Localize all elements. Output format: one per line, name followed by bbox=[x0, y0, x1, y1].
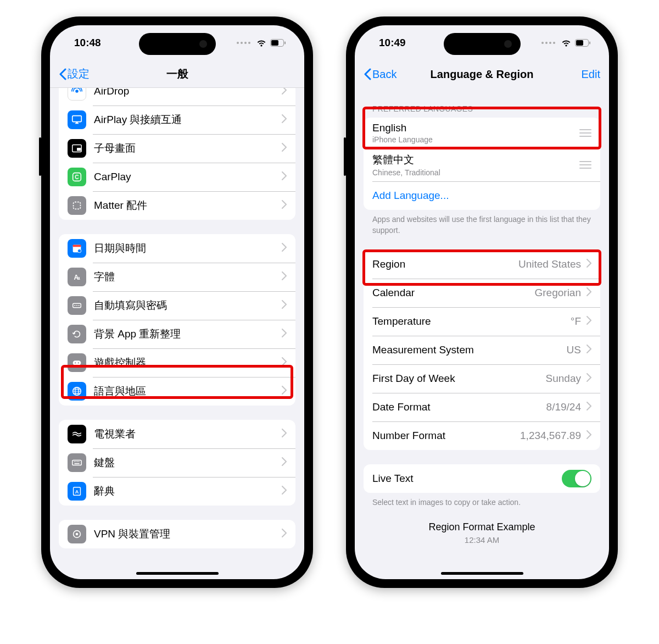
chevron-right-icon bbox=[282, 88, 287, 97]
status-right bbox=[541, 39, 590, 47]
chevron-right-icon bbox=[282, 457, 287, 468]
row-region[interactable]: Region United States bbox=[364, 250, 600, 279]
row-language-region[interactable]: 語言與地區 bbox=[59, 377, 295, 406]
chevron-right-icon bbox=[282, 243, 287, 254]
row-keyboard[interactable]: 鍵盤 bbox=[59, 448, 295, 477]
settings-group-1: AirDrop AirPlay 與接續互通 子母畫面 bbox=[59, 88, 295, 220]
row-dictionary[interactable]: A 辭典 bbox=[59, 477, 295, 506]
language-row-chinese[interactable]: 繁體中文 Chinese, Traditional bbox=[364, 148, 600, 181]
content-right[interactable]: PREFERRED LANGUAGES English iPhone Langu… bbox=[355, 88, 609, 579]
wifi-icon bbox=[256, 39, 267, 47]
nav-title: 一般 bbox=[166, 66, 188, 81]
row-label: AirDrop bbox=[94, 88, 282, 97]
drag-handle-icon[interactable] bbox=[579, 129, 591, 137]
chevron-left-icon bbox=[59, 68, 66, 80]
svg-point-33 bbox=[76, 533, 79, 536]
chevron-right-icon bbox=[282, 200, 287, 211]
status-right bbox=[237, 39, 286, 47]
language-sub: Chinese, Traditional bbox=[372, 168, 575, 177]
language-sub: iPhone Language bbox=[372, 135, 575, 144]
svg-rect-2 bbox=[284, 42, 286, 45]
row-label: AirPlay 與接續互通 bbox=[94, 113, 282, 127]
region-format-example-header: Region Format Example bbox=[355, 521, 609, 533]
chevron-right-icon bbox=[587, 430, 591, 441]
setting-value: US bbox=[567, 344, 581, 356]
chevron-right-icon bbox=[587, 316, 591, 327]
region-format-example-time: 12:34 AM bbox=[355, 535, 609, 545]
edit-button[interactable]: Edit bbox=[567, 68, 600, 81]
svg-point-21 bbox=[78, 362, 79, 363]
battery-icon bbox=[270, 39, 286, 47]
row-label: 辭典 bbox=[94, 484, 282, 498]
row-fonts[interactable]: Aa 字體 bbox=[59, 263, 295, 291]
svg-rect-1 bbox=[271, 40, 278, 46]
live-text-footer: Select text in images to copy or take ac… bbox=[372, 497, 591, 508]
row-vpn[interactable]: VPN 與裝置管理 bbox=[59, 520, 295, 548]
row-dateformat[interactable]: Date Format 8/19/24 bbox=[364, 393, 600, 421]
svg-point-16 bbox=[74, 305, 75, 306]
globe-icon bbox=[68, 382, 86, 401]
row-matter[interactable]: Matter 配件 bbox=[59, 191, 295, 220]
language-name: English bbox=[372, 122, 575, 134]
svg-point-17 bbox=[76, 305, 77, 306]
row-bgrefresh[interactable]: 背景 App 重新整理 bbox=[59, 320, 295, 348]
row-label: 背景 App 重新整理 bbox=[94, 327, 282, 341]
row-temperature[interactable]: Temperature °F bbox=[364, 307, 600, 336]
live-text-toggle[interactable] bbox=[562, 470, 591, 487]
svg-point-12 bbox=[77, 249, 81, 252]
row-datetime[interactable]: 日期與時間 bbox=[59, 234, 295, 263]
dynamic-island bbox=[139, 33, 216, 55]
iphone-frame-left: 10:48 設定 一般 bbox=[41, 16, 313, 588]
row-measurement[interactable]: Measurement System US bbox=[364, 336, 600, 364]
setting-value: 8/19/24 bbox=[546, 401, 581, 413]
row-gamecontroller[interactable]: 遊戲控制器 bbox=[59, 348, 295, 377]
settings-group-4: VPN 與裝置管理 bbox=[59, 520, 295, 548]
status-time: 10:48 bbox=[74, 37, 101, 49]
chevron-right-icon bbox=[587, 373, 591, 384]
svg-point-28 bbox=[77, 461, 78, 462]
back-label: Back bbox=[372, 68, 396, 81]
row-pip[interactable]: 子母畫面 bbox=[59, 134, 295, 163]
chevron-right-icon bbox=[282, 529, 287, 540]
add-language-row[interactable]: Add Language... bbox=[364, 181, 600, 210]
setting-label: Measurement System bbox=[372, 344, 567, 356]
row-label: 子母畫面 bbox=[94, 141, 282, 156]
svg-rect-36 bbox=[589, 42, 590, 45]
iphone-frame-right: 10:49 Back Language & Region Edit PREFER… bbox=[346, 16, 618, 588]
row-autofill[interactable]: 自動填寫與密碼 bbox=[59, 291, 295, 320]
row-airplay[interactable]: AirPlay 與接續互通 bbox=[59, 106, 295, 134]
airdrop-icon bbox=[68, 88, 86, 101]
row-airdrop[interactable]: AirDrop bbox=[59, 88, 295, 106]
settings-group-2: 日期與時間 Aa 字體 自動填寫與密碼 bbox=[59, 234, 295, 406]
row-numberformat[interactable]: Number Format 1,234,567.89 bbox=[364, 421, 600, 450]
svg-rect-35 bbox=[576, 40, 583, 46]
live-text-group: Live Text bbox=[364, 464, 600, 493]
svg-point-18 bbox=[79, 305, 80, 306]
preferred-languages-header: PREFERRED LANGUAGES bbox=[372, 104, 591, 113]
content-left[interactable]: AirDrop AirPlay 與接續互通 子母畫面 bbox=[50, 88, 304, 579]
row-calendar[interactable]: Calendar Gregorian bbox=[364, 279, 600, 307]
language-row-english[interactable]: English iPhone Language bbox=[364, 118, 600, 148]
svg-rect-11 bbox=[73, 245, 81, 247]
row-firstday[interactable]: First Day of Week Sunday bbox=[364, 364, 600, 393]
keyboard-icon bbox=[68, 453, 86, 472]
screen-left: 10:48 設定 一般 bbox=[50, 25, 304, 579]
autofill-icon bbox=[68, 296, 86, 315]
refresh-icon bbox=[68, 325, 86, 343]
back-button[interactable]: Back bbox=[364, 68, 418, 81]
home-indicator[interactable] bbox=[136, 572, 219, 575]
nav-bar: 設定 一般 bbox=[50, 60, 304, 88]
row-tvprovider[interactable]: 電視業者 bbox=[59, 420, 295, 448]
row-label: 遊戲控制器 bbox=[94, 356, 282, 370]
home-indicator[interactable] bbox=[441, 572, 523, 575]
back-label: 設定 bbox=[68, 66, 90, 81]
drag-handle-icon[interactable] bbox=[579, 161, 591, 169]
svg-point-26 bbox=[74, 461, 75, 462]
row-carplay[interactable]: C CarPlay bbox=[59, 163, 295, 191]
back-button[interactable]: 設定 bbox=[59, 66, 114, 81]
calendar-icon bbox=[68, 239, 86, 258]
screen-right: 10:49 Back Language & Region Edit PREFER… bbox=[355, 25, 609, 579]
preferred-languages-footer: Apps and websites will use the first lan… bbox=[372, 214, 591, 236]
row-label: 電視業者 bbox=[94, 427, 282, 441]
pip-icon bbox=[68, 139, 86, 158]
